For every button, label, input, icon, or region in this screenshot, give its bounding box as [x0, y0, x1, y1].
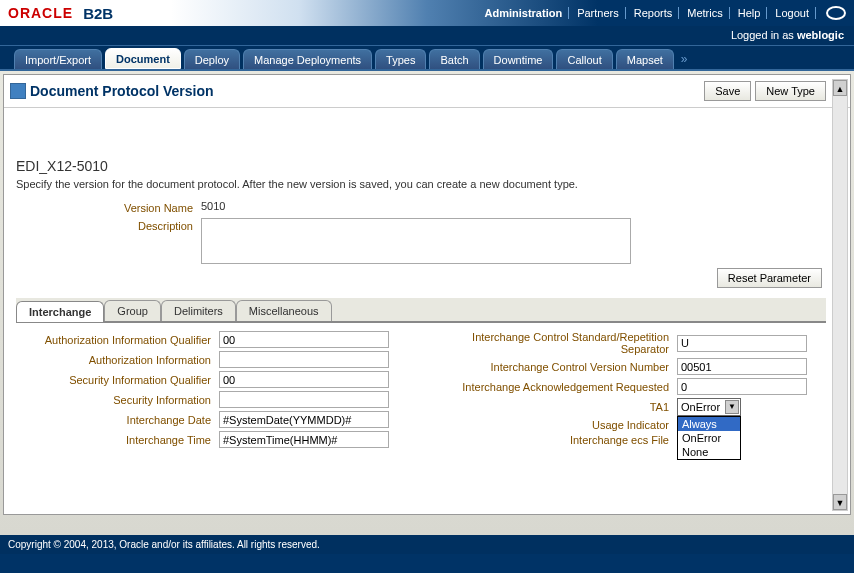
- sec-info-qual-input[interactable]: [219, 371, 389, 388]
- tab-overflow-icon[interactable]: »: [677, 52, 692, 69]
- global-header: ORACLE B2B Administration Partners Repor…: [0, 0, 854, 26]
- chevron-down-icon: ▼: [725, 400, 739, 414]
- sec-info-label: Security Information: [16, 394, 219, 406]
- save-button[interactable]: Save: [704, 81, 751, 101]
- document-version-icon: [10, 83, 26, 99]
- ecs-label: Interchange ecs File: [421, 434, 677, 446]
- description-input[interactable]: [201, 218, 631, 264]
- subtab-interchange[interactable]: Interchange: [16, 301, 104, 322]
- ack-req-input[interactable]: [677, 378, 807, 395]
- version-name-value: 5010: [201, 200, 225, 212]
- tab-document[interactable]: Document: [105, 48, 181, 69]
- nav-administration[interactable]: Administration: [479, 7, 570, 19]
- ctrl-ver-label: Interchange Control Version Number: [421, 361, 677, 373]
- tab-mapset[interactable]: Mapset: [616, 49, 674, 69]
- tab-import-export[interactable]: Import/Export: [14, 49, 102, 69]
- new-type-button[interactable]: New Type: [755, 81, 826, 101]
- scroll-down-icon[interactable]: ▼: [833, 494, 847, 510]
- logo-product: B2B: [83, 5, 113, 22]
- ta1-selected: OnError: [681, 401, 720, 413]
- login-status-bar: Logged in as weblogic: [0, 26, 854, 46]
- header-links: Administration Partners Reports Metrics …: [479, 6, 846, 20]
- subtab-miscellaneous[interactable]: Miscellaneous: [236, 300, 332, 321]
- interchange-fields: Authorization Information Qualifier Auth…: [16, 331, 826, 451]
- ack-req-label: Interchange Acknowledgement Requested: [421, 381, 677, 393]
- usage-label: Usage Indicator: [421, 419, 677, 431]
- tab-types[interactable]: Types: [375, 49, 426, 69]
- description-label: Description: [16, 218, 201, 232]
- nav-reports[interactable]: Reports: [628, 7, 680, 19]
- auth-info-qual-label: Authorization Information Qualifier: [16, 334, 219, 346]
- ta1-label: TA1: [421, 401, 677, 413]
- ctrl-std-input[interactable]: [677, 335, 807, 352]
- reset-parameter-button[interactable]: Reset Parameter: [717, 268, 822, 288]
- logo-brand: ORACLE: [8, 5, 73, 21]
- ta1-option-none[interactable]: None: [678, 445, 740, 459]
- oracle-oval-icon: [826, 6, 846, 20]
- nav-metrics[interactable]: Metrics: [681, 7, 729, 19]
- tab-manage-deployments[interactable]: Manage Deployments: [243, 49, 372, 69]
- inter-date-label: Interchange Date: [16, 414, 219, 426]
- ctrl-ver-input[interactable]: [677, 358, 807, 375]
- ta1-dropdown[interactable]: OnError ▼: [677, 398, 741, 416]
- subtab-group[interactable]: Group: [104, 300, 161, 321]
- subtab-delimiters[interactable]: Delimiters: [161, 300, 236, 321]
- version-name-label: Version Name: [16, 200, 201, 214]
- parameter-subtabs: Interchange Group Delimiters Miscellaneo…: [16, 298, 826, 323]
- ta1-option-onerror[interactable]: OnError: [678, 431, 740, 445]
- footer-copyright: Copyright © 2004, 2013, Oracle and/or it…: [0, 535, 854, 554]
- ta1-option-always[interactable]: Always: [678, 417, 740, 431]
- main-tabstrip: Import/Export Document Deploy Manage Dep…: [0, 46, 854, 71]
- tab-batch[interactable]: Batch: [429, 49, 479, 69]
- scroll-up-icon[interactable]: ▲: [833, 80, 847, 96]
- sec-info-input[interactable]: [219, 391, 389, 408]
- auth-info-label: Authorization Information: [16, 354, 219, 366]
- body-area: EDI_X12-5010 Specify the version for the…: [4, 108, 850, 459]
- tab-downtime[interactable]: Downtime: [483, 49, 554, 69]
- page-title: Document Protocol Version: [30, 83, 214, 99]
- auth-info-qual-input[interactable]: [219, 331, 389, 348]
- tab-deploy[interactable]: Deploy: [184, 49, 240, 69]
- login-user: weblogic: [797, 29, 844, 41]
- login-prefix: Logged in as: [731, 29, 797, 41]
- inter-time-label: Interchange Time: [16, 434, 219, 446]
- inter-time-input[interactable]: [219, 431, 389, 448]
- vertical-scrollbar[interactable]: ▲ ▼: [832, 79, 848, 511]
- panel-title-bar: Document Protocol Version Save New Type: [4, 75, 850, 108]
- ta1-dropdown-list: Always OnError None: [677, 416, 741, 460]
- nav-logout[interactable]: Logout: [769, 7, 816, 19]
- content-panel: Document Protocol Version Save New Type …: [3, 74, 851, 515]
- section-heading: EDI_X12-5010: [16, 158, 826, 174]
- section-description: Specify the version for the document pro…: [16, 178, 826, 190]
- tab-callout[interactable]: Callout: [556, 49, 612, 69]
- nav-help[interactable]: Help: [732, 7, 768, 19]
- inter-date-input[interactable]: [219, 411, 389, 428]
- logo: ORACLE B2B: [8, 5, 113, 22]
- auth-info-input[interactable]: [219, 351, 389, 368]
- ctrl-std-label: Interchange Control Standard/Repetition …: [421, 331, 677, 355]
- nav-partners[interactable]: Partners: [571, 7, 626, 19]
- main-area: ▸ Document Protocol Version Save New Typ…: [0, 71, 854, 535]
- sec-info-qual-label: Security Information Qualifier: [16, 374, 219, 386]
